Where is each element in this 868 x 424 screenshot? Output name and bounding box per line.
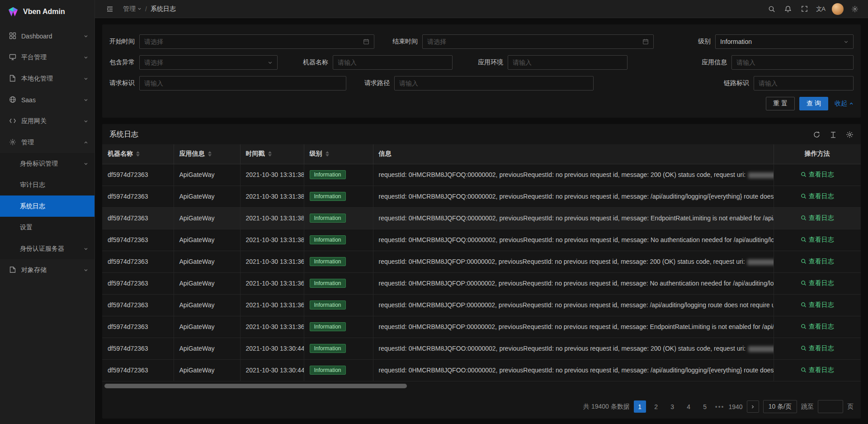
fullscreen-icon[interactable] — [797, 2, 811, 16]
reset-button[interactable]: 重 置 — [766, 97, 795, 110]
page-button-1[interactable]: 1 — [634, 400, 646, 413]
cell-actions: 查看日志 — [774, 251, 861, 272]
view-log-link[interactable]: 查看日志 — [801, 236, 834, 244]
sidebar-item-platform-management[interactable]: 平台管理 — [0, 47, 94, 68]
search-icon[interactable] — [765, 2, 778, 16]
translate-icon[interactable]: 文A — [814, 2, 827, 16]
sidebar-item-saas[interactable]: Saas — [0, 89, 94, 110]
app-info-input[interactable] — [731, 55, 854, 70]
sidebar-item-system-logs[interactable]: 系统日志 — [0, 195, 94, 217]
view-log-link[interactable]: 查看日志 — [801, 301, 834, 309]
cell-machine-name: df5974d72363 — [102, 207, 174, 229]
calendar-icon — [363, 38, 369, 45]
request-id-label: 请求标识 — [109, 79, 135, 87]
refresh-icon[interactable] — [813, 131, 821, 138]
request-path-input[interactable] — [394, 76, 594, 91]
page-button-4[interactable]: 4 — [683, 400, 695, 413]
app-env-input[interactable] — [508, 55, 627, 70]
pagination-total: 共 19400 条数据 — [583, 403, 630, 411]
cell-app-info: ApiGateWay — [174, 251, 240, 272]
cell-app-info: ApiGateWay — [174, 338, 240, 359]
sidebar-item-app-gateway[interactable]: 应用网关 — [0, 110, 94, 132]
column-height-icon[interactable] — [830, 131, 837, 138]
end-time-label: 结束时间 — [392, 38, 418, 46]
breadcrumb-management[interactable]: 管理 — [123, 5, 142, 13]
search-button[interactable]: 查 询 — [799, 97, 828, 110]
page-size-select[interactable]: 10 条/页 — [763, 400, 797, 413]
table-row: df5974d72363 ApiGateWay 2021-10-30 13:31… — [102, 316, 861, 338]
sidebar-item-management[interactable]: 管理 — [0, 132, 94, 153]
chevron-down-icon — [84, 98, 88, 102]
sidebar-item-localization-management[interactable]: 本地化管理 — [0, 68, 94, 89]
view-log-link[interactable]: 查看日志 — [801, 366, 834, 374]
view-log-link[interactable]: 查看日志 — [801, 192, 834, 200]
request-id-input[interactable] — [139, 76, 346, 91]
avatar[interactable] — [832, 3, 844, 15]
view-log-link[interactable]: 查看日志 — [801, 214, 834, 222]
filter-field-machine-name: 机器名称 — [303, 55, 453, 70]
table-row: df5974d72363 ApiGateWay 2021-10-30 13:30… — [102, 359, 861, 381]
sidebar-item-audit-logs[interactable]: 审计日志 — [0, 174, 94, 195]
column-header-level[interactable]: 级别 — [304, 144, 373, 164]
column-header-app-info[interactable]: 应用信息 — [174, 144, 240, 164]
page-button-5[interactable]: 5 — [699, 400, 711, 413]
cell-level: Information — [304, 316, 373, 338]
machine-name-input[interactable] — [333, 55, 453, 70]
bell-icon[interactable] — [781, 2, 795, 16]
cell-message: requestId: 0HMCRBM8JQFOP:00000002, previ… — [373, 251, 774, 272]
pagination-ellipsis[interactable]: ••• — [715, 403, 725, 410]
cell-app-info: ApiGateWay — [174, 186, 240, 207]
sidebar-item-dashboard[interactable]: Dashboard — [0, 25, 94, 47]
collapse-link[interactable]: 收起 — [835, 100, 854, 108]
app-logo[interactable]: Vben Admin — [0, 0, 94, 24]
column-settings-gear-icon[interactable] — [846, 131, 854, 138]
cell-app-info: ApiGateWay — [174, 359, 240, 381]
page-button-2[interactable]: 2 — [650, 400, 662, 413]
cell-timestamp: 2021-10-30 13:30:44 — [240, 359, 304, 381]
scrollbar-thumb[interactable] — [104, 384, 407, 388]
column-header-timestamp[interactable]: 时间戳 — [240, 144, 304, 164]
level-select[interactable] — [715, 34, 854, 49]
chevron-down-icon — [844, 39, 849, 44]
machine-name-label: 机器名称 — [303, 58, 328, 67]
sidebar-toggle-icon[interactable] — [103, 2, 117, 16]
system-logs-table: 机器名称 应用信息 时间戳 级别 信息 操作方法 df5974d72363 Ap… — [102, 144, 861, 381]
view-log-link[interactable]: 查看日志 — [801, 279, 834, 287]
view-log-link[interactable]: 查看日志 — [801, 344, 834, 353]
column-header-actions: 操作方法 — [774, 144, 861, 164]
page-button-3[interactable]: 3 — [666, 400, 679, 413]
cell-level: Information — [304, 186, 373, 207]
cell-machine-name: df5974d72363 — [102, 251, 174, 272]
search-icon — [801, 258, 807, 264]
page-button-last[interactable]: 1940 — [728, 400, 742, 413]
level-label: 级别 — [698, 38, 711, 46]
filter-field-request-path: 请求路径 — [364, 76, 594, 91]
gateway-icon — [9, 117, 17, 125]
view-log-link[interactable]: 查看日志 — [801, 257, 834, 266]
settings-gear-icon[interactable] — [848, 2, 862, 16]
breadcrumb-separator: / — [145, 5, 147, 13]
view-log-link[interactable]: 查看日志 — [801, 323, 834, 331]
sidebar-item-label: 设置 — [20, 224, 88, 232]
has-exception-select[interactable] — [139, 55, 278, 70]
sidebar-item-object-storage[interactable]: 对象存储 — [0, 259, 94, 281]
sidebar-item-identity-management[interactable]: 身份标识管理 — [0, 153, 94, 174]
view-log-link[interactable]: 查看日志 — [801, 171, 834, 179]
cell-level: Information — [304, 251, 373, 272]
globe-icon — [9, 96, 17, 104]
next-page-button[interactable] — [747, 400, 759, 413]
cell-timestamp: 2021-10-30 13:31:36 — [240, 272, 304, 294]
cell-machine-name: df5974d72363 — [102, 272, 174, 294]
sidebar-item-settings[interactable]: 设置 — [0, 217, 94, 238]
sidebar-menu: Dashboard 平台管理 本地化管理 Saas — [0, 24, 94, 424]
table-row: df5974d72363 ApiGateWay 2021-10-30 13:31… — [102, 164, 861, 186]
jump-page-input[interactable] — [818, 400, 843, 413]
end-time-input[interactable] — [422, 34, 654, 49]
cell-level: Information — [304, 338, 373, 359]
column-header-machine-name[interactable]: 机器名称 — [102, 144, 174, 164]
start-time-input[interactable] — [139, 34, 374, 49]
sidebar-item-identity-auth-server[interactable]: 身份认证服务器 — [0, 238, 94, 259]
management-submenu: 身份标识管理 审计日志 系统日志 设置 身份认证服务器 — [0, 153, 94, 259]
search-icon — [801, 367, 807, 373]
trace-id-input[interactable] — [754, 76, 854, 91]
